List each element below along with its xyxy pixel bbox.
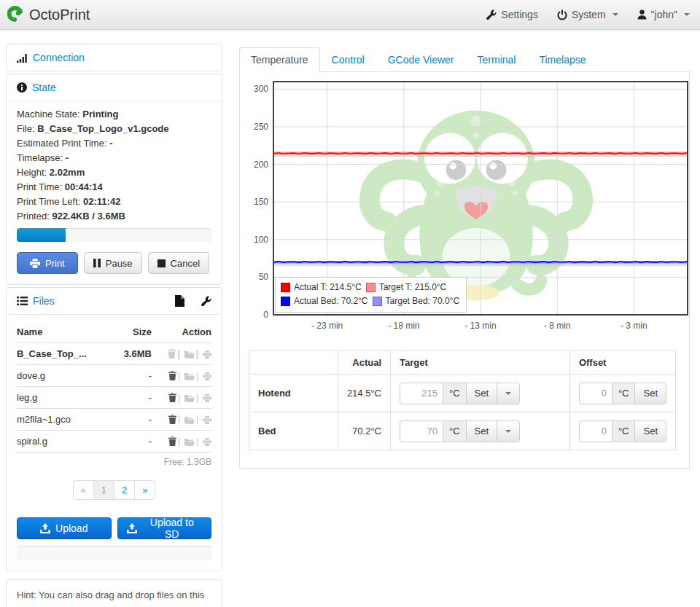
temp-row-label: Bed [249,412,338,450]
target-dropdown-button[interactable] [497,420,520,442]
delete-file-button[interactable] [168,371,176,380]
load-file-button [184,394,195,402]
file-name[interactable]: B_Case_Top_... [17,343,118,365]
delete-file-button[interactable] [168,415,176,424]
state-field: File: B_Case_Top_Logo_v1.gcode [17,122,211,136]
tab-terminal[interactable]: Terminal [466,47,528,72]
legend-swatch [373,297,382,306]
offset-temp-input[interactable] [579,383,612,404]
printer-icon [30,259,40,268]
state-field: Height: 2.02mm [17,165,211,180]
state-field: Machine State: Printing [17,107,211,122]
power-icon [557,9,567,20]
svg-text:- 23 min: - 23 min [311,321,343,331]
legend-item: Actual Bed: 70.2°C [281,294,368,308]
app-logo: OctoPrint [7,6,90,23]
file-name[interactable]: m2fila~1.gco [17,409,118,431]
svg-text:- 3 min: - 3 min [621,321,648,331]
upload-icon [127,523,137,533]
state-body: Machine State: Printing File: B_Case_Top… [7,101,222,284]
tab-timelapse[interactable]: Timelapse [527,47,597,72]
state-field: Timelapse: - [17,151,211,165]
files-col-action: Action [156,321,211,343]
sidebar: Connection State Machine State: Printing… [6,44,222,607]
cancel-button[interactable]: Cancel [148,252,209,274]
user-menu[interactable]: "john" [637,9,690,20]
file-name[interactable]: dove.g [17,365,118,387]
state-field: Printed: 922.4KB / 3.6MB [17,209,211,224]
chevron-down-icon [612,13,618,16]
files-pagination: « 1 2 » [17,480,211,500]
set-offset-button[interactable]: Set [634,420,666,442]
temp-col-actual: Actual [338,351,390,375]
delete-file-button[interactable] [168,436,176,446]
svg-text:- 8 min: - 8 min [544,321,571,331]
page-button: « [73,480,94,500]
app-title: OctoPrint [29,7,90,23]
files-col-name: Name [17,321,118,343]
connection-accordion-toggle[interactable]: Connection [33,52,85,63]
files-accordion-toggle[interactable]: Files [33,295,55,307]
print-file-button [203,438,211,446]
print-button[interactable]: Print [17,252,78,274]
file-size: - [118,365,156,387]
svg-text:300: 300 [254,84,268,94]
files-col-size: Size [118,321,156,343]
files-settings-wrench-icon[interactable] [201,296,211,307]
svg-text:0: 0 [263,310,268,320]
file-name[interactable]: leg.g [17,387,118,409]
set-offset-button[interactable]: Set [634,383,666,404]
info-icon [17,82,27,93]
load-file-button [184,351,195,359]
upload-to-sd-button[interactable]: Upload to SD [117,517,212,539]
file-name[interactable]: spiral.g [17,431,118,453]
temperature-row: Hotend 214.5°C °C Set °C Set [249,375,676,412]
file-row: B_Case_Top_... 3.6MB | | [17,343,211,365]
page-button[interactable]: » [134,480,155,500]
upload-button[interactable]: Upload [17,517,112,539]
svg-text:- 18 min: - 18 min [388,321,419,331]
file-row: leg.g - | | [17,387,211,409]
celsius-addon: °C [612,420,636,442]
tab-control[interactable]: Control [320,47,376,72]
offset-temp-input[interactable] [579,420,612,442]
file-size: 3.6MB [118,343,156,365]
signal-icon [17,53,28,63]
celsius-addon: °C [443,383,467,404]
target-temp-input[interactable] [400,420,443,442]
state-accordion-toggle[interactable]: State [32,82,56,93]
new-folder-icon[interactable] [175,295,184,307]
delete-file-button[interactable] [168,393,176,402]
files-table: Name Size Action B_Case_Top_... 3.6MB | … [17,321,211,453]
connection-panel: Connection [6,44,222,71]
target-temp-input[interactable] [400,383,443,404]
legend-label: Target T: 215.0°C [379,281,447,294]
page-button[interactable]: 2 [114,480,135,500]
target-dropdown-button[interactable] [497,383,520,404]
settings-button[interactable]: Settings [486,9,538,20]
legend-swatch [281,297,290,306]
upload-icon [40,523,50,533]
drag-drop-hint: Hint: You can also drag and drop files o… [6,579,222,607]
file-row: dove.g - | | [17,365,211,387]
temp-col-blank [249,351,338,375]
celsius-addon: °C [612,383,636,404]
set-target-button[interactable]: Set [466,420,498,442]
legend-label: Actual T: 214.5°C [294,281,362,294]
temperature-chart-wrap: 050100150200250300- 23 min- 18 min- 13 m… [247,77,693,337]
legend-label: Actual Bed: 70.2°C [294,294,368,308]
print-file-button [203,351,211,359]
stop-icon [158,259,166,267]
load-file-button [184,416,195,424]
set-target-button[interactable]: Set [466,383,498,404]
state-field: Print Time: 00:44:14 [17,180,211,195]
system-menu[interactable]: System [557,9,618,20]
print-progress-bar [17,228,211,242]
file-size: - [118,431,156,453]
tab-gcode-viewer[interactable]: GCode Viewer [376,47,466,72]
pause-button[interactable]: Pause [84,252,142,274]
tab-temperature[interactable]: Temperature [239,47,320,72]
legend-item: Target Bed: 70.0°C [373,294,460,308]
octoprint-logo-icon [7,6,25,23]
main-area: Temperature Control GCode Viewer Termina… [239,47,690,469]
